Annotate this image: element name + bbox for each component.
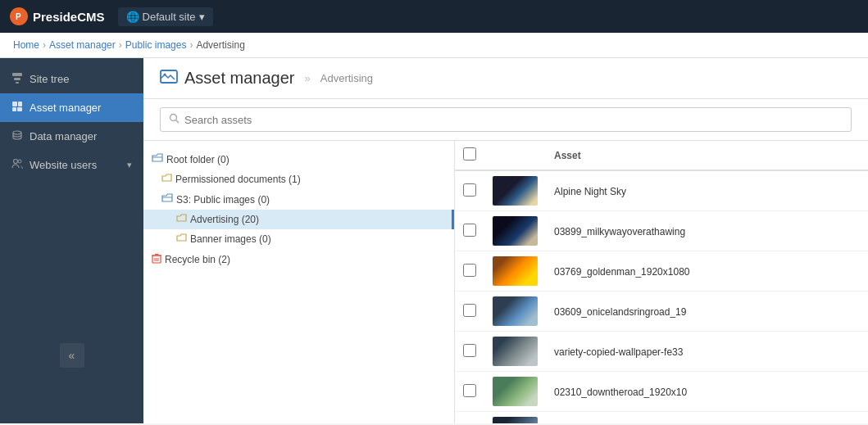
asset-name: variety-copied-wallpaper-fe33 [554,346,683,358]
asset-thumbnail [493,256,538,286]
folder-icon-advertising [176,214,187,225]
asset-thumbnail [493,216,538,246]
tree-item-permissioned[interactable]: Permissioned documents (1) [143,170,454,189]
select-all-checkbox[interactable] [463,147,476,161]
sidebar-item-asset-manager[interactable]: Asset manager [0,93,143,122]
tree-item-advertising[interactable]: Advertising (20) [143,210,454,229]
sidebar-item-site-tree[interactable]: Site tree [0,65,143,93]
table-row[interactable]: variety-copied-wallpaper-fe33 [455,332,868,372]
site-label: Default site [143,11,196,23]
row-name-cell: variety-copied-wallpaper-fe33 [546,332,868,372]
breadcrumb-asset-manager[interactable]: Asset manager [49,39,116,51]
row-thumb-cell [484,251,546,292]
search-bar [143,99,868,141]
tree-item-root[interactable]: Root folder (0) [143,149,454,170]
row-name-cell: Alpine Night Sky [546,170,868,211]
tree-item-label-root: Root folder (0) [166,154,229,165]
breadcrumb-sep-3: › [189,39,193,51]
th-thumb [484,141,546,170]
table-row[interactable]: 03769_goldenman_1920x1080 [455,251,868,292]
site-tree-icon [11,72,23,86]
row-thumb-cell [484,332,546,372]
th-checkbox [455,141,484,170]
tree-item-recycle[interactable]: Recycle bin (2) [143,249,454,270]
row-checkbox[interactable] [463,183,476,197]
row-thumb-cell [484,412,546,424]
asset-table-header: Asset [455,141,868,170]
two-panel: Root folder (0) Permissioned documents (… [143,141,868,423]
trash-icon [152,253,161,266]
breadcrumb-sep-1: › [43,39,46,51]
sidebar-collapse-section: « [0,337,143,374]
row-checkbox-cell [455,211,484,251]
svg-rect-4 [16,82,19,84]
svg-rect-3 [14,78,20,80]
row-thumb-cell [484,372,546,412]
breadcrumb-sep-2: › [119,39,122,51]
brand-icon: P [10,7,28,25]
row-checkbox[interactable] [463,344,476,357]
top-nav: P PresideCMS 🌐 Default site ▾ [0,0,868,33]
data-manager-icon [11,129,23,143]
row-thumb-cell [484,170,546,211]
folder-open-icon-s3 [161,193,173,206]
asset-list: Asset Alpine [455,141,868,423]
row-checkbox[interactable] [463,264,476,277]
tree-item-label-s3-public: S3: Public images (0) [176,194,270,206]
sidebar-item-data-manager[interactable]: Data manager [0,122,143,151]
breadcrumb-home[interactable]: Home [13,39,39,51]
svg-rect-8 [17,107,22,111]
svg-rect-2 [12,73,22,76]
asset-thumbnail [493,176,538,206]
tree-item-label-permissioned: Permissioned documents (1) [175,174,301,185]
site-selector[interactable]: 🌐 Default site ▾ [118,7,213,26]
sidebar-item-label-data-manager: Data manager [30,130,97,142]
folder-open-icon [152,153,163,165]
search-input[interactable] [184,114,843,126]
svg-point-11 [18,160,21,163]
row-checkbox[interactable] [463,224,476,237]
table-row[interactable]: 03609_onicelandsringroad_19 [455,292,868,332]
row-checkbox[interactable] [463,304,476,317]
table-row[interactable]: 03899_milkywayoverathawing [455,211,868,251]
row-checkbox-cell [455,412,484,424]
folder-icon-banner [176,233,187,245]
sidebar-item-website-users[interactable]: Website users ▾ [0,151,143,179]
row-thumb-cell [484,211,546,251]
page-header-icon [160,68,178,88]
brand: P PresideCMS [10,7,105,25]
tree-item-label-recycle: Recycle bin (2) [165,254,230,265]
th-asset-name: Asset [546,141,868,170]
asset-name: 03609_onicelandsringroad_19 [554,306,686,318]
svg-rect-7 [12,107,16,111]
row-checkbox[interactable] [463,384,476,397]
table-row[interactable]: 03882_stmaryslines_1920x108 [455,412,868,424]
asset-manager-icon [11,101,23,115]
row-checkbox-cell [455,292,484,332]
tree-item-label-advertising: Advertising (20) [190,214,259,225]
table-row[interactable]: 02310_downtheroad_1920x10 [455,372,868,412]
svg-point-9 [13,131,21,134]
asset-name: Alpine Night Sky [554,186,626,197]
asset-thumbnail [493,417,538,423]
asset-name: 03769_goldenman_1920x1080 [554,266,690,278]
brand-name: PresideCMS [33,10,105,24]
breadcrumb-current: Advertising [196,39,244,51]
tree-item-s3-public[interactable]: S3: Public images (0) [143,189,454,210]
table-row[interactable]: Alpine Night Sky [455,170,868,211]
row-thumb-cell [484,292,546,332]
sidebar-collapse-button[interactable]: « [60,343,84,368]
row-name-cell: 02310_downtheroad_1920x10 [546,372,868,412]
chevron-down-icon: ▾ [127,160,132,170]
folder-icon [161,174,172,185]
breadcrumb-public-images[interactable]: Public images [125,39,187,51]
asset-thumbnail [493,337,538,366]
page-title: Asset manager [184,69,295,88]
main-layout: Site tree Asset manager Data manager Web… [0,58,868,423]
tree-item-label-banner: Banner images (0) [190,233,271,245]
sidebar-item-label-asset-manager: Asset manager [30,102,101,114]
asset-name: 02310_downtheroad_1920x10 [554,387,687,398]
tree-item-banner[interactable]: Banner images (0) [143,229,454,249]
asset-table: Asset Alpine [455,141,868,423]
svg-text:P: P [16,12,21,21]
